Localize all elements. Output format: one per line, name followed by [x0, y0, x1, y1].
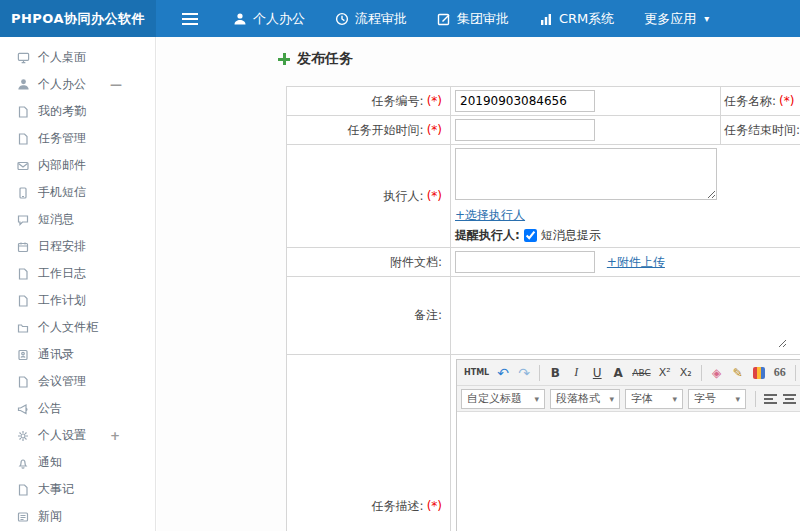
- remove-format-button[interactable]: ◈: [707, 363, 727, 383]
- desktop-icon: [17, 51, 30, 64]
- page-title-text: 发布任务: [297, 50, 353, 68]
- nav-more-apps[interactable]: 更多应用 ▾: [629, 0, 724, 37]
- align-left-button[interactable]: [761, 389, 779, 409]
- sidebar-item-short-message[interactable]: 短消息: [0, 206, 155, 233]
- document-icon: [17, 105, 30, 118]
- sidebar-item-internal-mail[interactable]: 内部邮件: [0, 152, 155, 179]
- task-no-label: 任务编号:: [372, 94, 424, 108]
- menu-toggle-button[interactable]: [170, 0, 210, 37]
- heading-select[interactable]: 自定义标题▾: [461, 389, 545, 409]
- sidebar-item-task-management[interactable]: 任务管理: [0, 125, 155, 152]
- sidebar-item-schedule[interactable]: 日程安排: [0, 233, 155, 260]
- italic-button[interactable]: I: [566, 363, 586, 383]
- required-mark: (*): [427, 123, 442, 137]
- nav-label: CRM系统: [559, 10, 614, 28]
- sidebar-item-phone-sms[interactable]: 手机短信: [0, 179, 155, 206]
- sidebar-item-label: 公告: [38, 400, 62, 417]
- nav-label: 集团审批: [457, 10, 509, 28]
- subscript-button[interactable]: X₂: [676, 363, 696, 383]
- expand-icon[interactable]: +: [110, 429, 120, 443]
- sms-tip-label: 短消息提示: [541, 227, 601, 244]
- html-source-button[interactable]: HTML: [461, 363, 492, 383]
- strikethrough-button[interactable]: ABC: [629, 363, 653, 383]
- superscript-button[interactable]: X²: [655, 363, 675, 383]
- user-icon: [233, 12, 247, 26]
- task-name-label: 任务名称:: [724, 94, 776, 108]
- color-palette-icon: [753, 367, 765, 379]
- executor-textarea[interactable]: [455, 148, 717, 200]
- remark-label: 备注:: [414, 308, 442, 322]
- clock-icon: [335, 12, 349, 26]
- newspaper-icon: [17, 510, 30, 523]
- sidebar-item-meeting[interactable]: 会议管理: [0, 368, 155, 395]
- remark-textarea[interactable]: [455, 280, 787, 348]
- font-family-select[interactable]: 字体▾: [625, 389, 683, 409]
- sidebar-item-label: 个人桌面: [38, 49, 86, 66]
- main-content: 发布任务 任务编号:(*) 任务名称:(*) 任务开始时间:(*): [157, 37, 800, 531]
- sidebar-item-file-cabinet[interactable]: 个人文件柜: [0, 314, 155, 341]
- sidebar-item-announcement[interactable]: 公告: [0, 395, 155, 422]
- sidebar-item-label: 会议管理: [38, 373, 86, 390]
- sidebar-item-contacts[interactable]: 通讯录: [0, 341, 155, 368]
- task-description-label: 任务描述:: [372, 499, 424, 513]
- undo-button[interactable]: ↶: [493, 363, 513, 383]
- caret-down-icon: ▾: [609, 394, 614, 404]
- nav-label: 个人办公: [253, 10, 305, 28]
- sidebar: 个人桌面 个人办公 — 我的考勤 任务管理 内部邮件 手机短信 短消息 日程安排…: [0, 37, 156, 531]
- publish-task-form: 任务编号:(*) 任务名称:(*) 任务开始时间:(*) 任务结束时间: [286, 86, 800, 531]
- end-time-label: 任务结束时间:: [724, 123, 800, 137]
- sidebar-item-personal-settings[interactable]: 个人设置 +: [0, 422, 155, 449]
- editor-body[interactable]: [457, 412, 800, 531]
- executor-label: 执行人:: [384, 189, 424, 203]
- nav-crm[interactable]: CRM系统: [524, 0, 629, 37]
- highlight-color-button[interactable]: [749, 363, 769, 383]
- nav-personal-office[interactable]: 个人办公: [218, 0, 320, 37]
- nav-group-approval[interactable]: 集团审批: [422, 0, 524, 37]
- caret-down-icon: ▾: [735, 394, 740, 404]
- choose-executor-link[interactable]: +选择执行人: [455, 208, 525, 222]
- start-time-input[interactable]: [455, 119, 595, 141]
- sidebar-item-label: 日程安排: [38, 238, 86, 255]
- align-center-button[interactable]: [780, 389, 798, 409]
- hamburger-icon: [182, 13, 198, 25]
- sidebar-item-events[interactable]: 大事记: [0, 476, 155, 503]
- sidebar-item-label: 新闻: [38, 508, 62, 525]
- caret-down-icon: ▾: [534, 394, 539, 404]
- required-mark: (*): [779, 94, 794, 108]
- required-mark: (*): [427, 94, 442, 108]
- sidebar-item-label: 内部邮件: [38, 157, 86, 174]
- sidebar-item-work-plan[interactable]: 工作计划: [0, 287, 155, 314]
- sms-remind-checkbox[interactable]: [524, 229, 537, 242]
- sidebar-item-personal-office[interactable]: 个人办公 —: [0, 71, 155, 98]
- attachment-input[interactable]: [455, 251, 595, 273]
- sidebar-item-label: 工作日志: [38, 265, 86, 282]
- page-title: 发布任务: [278, 50, 353, 68]
- toolbar-separator: [539, 365, 540, 381]
- sidebar-item-desktop[interactable]: 个人桌面: [0, 44, 155, 71]
- task-no-input[interactable]: [455, 90, 595, 112]
- sidebar-item-work-log[interactable]: 工作日志: [0, 260, 155, 287]
- nav-workflow-approval[interactable]: 流程审批: [320, 0, 422, 37]
- paragraph-format-select[interactable]: 段落格式▾: [550, 389, 620, 409]
- sidebar-item-notice[interactable]: 通知: [0, 449, 155, 476]
- megaphone-icon: [17, 402, 30, 415]
- app-logo: PHPOA协同办公软件: [0, 0, 156, 37]
- chat-bubble-icon: [17, 213, 30, 226]
- sidebar-item-news[interactable]: 新闻: [0, 503, 155, 530]
- attachment-upload-link[interactable]: +附件上传: [607, 255, 665, 269]
- bold-button[interactable]: B: [545, 363, 565, 383]
- editor-toolbar-row-1: HTML ↶ ↷ B I U A ABC X² X₂ ◈: [457, 360, 800, 386]
- blockquote-button[interactable]: 66: [770, 363, 790, 383]
- underline-button[interactable]: U: [587, 363, 607, 383]
- top-nav: 个人办公 流程审批 集团审批 CRM系统 更多应用 ▾: [218, 0, 724, 37]
- format-brush-button[interactable]: ✎: [728, 363, 748, 383]
- collapse-icon[interactable]: —: [110, 78, 122, 92]
- font-color-button[interactable]: A: [608, 363, 628, 383]
- toolbar-separator: [755, 391, 756, 407]
- redo-button[interactable]: ↷: [514, 363, 534, 383]
- toolbar-separator: [795, 365, 796, 381]
- mail-icon: [17, 159, 30, 172]
- sidebar-item-attendance[interactable]: 我的考勤: [0, 98, 155, 125]
- font-size-select[interactable]: 字号▾: [688, 389, 746, 409]
- sidebar-item-label: 个人办公: [38, 76, 86, 93]
